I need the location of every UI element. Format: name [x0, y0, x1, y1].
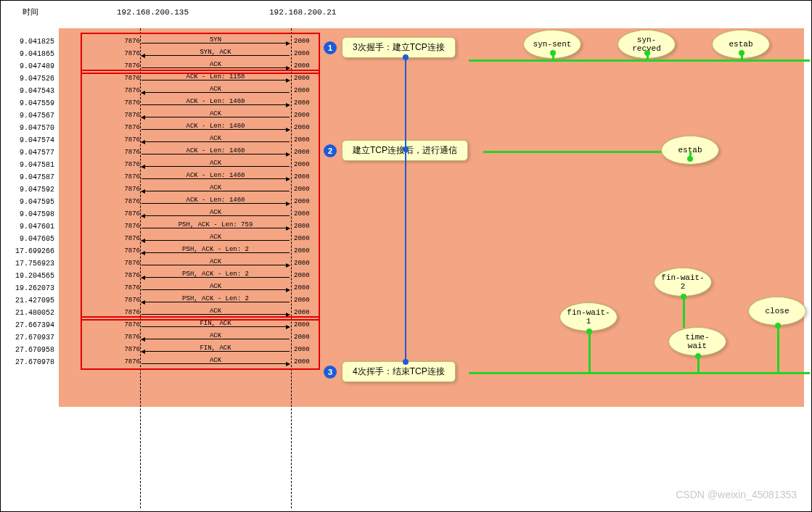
time-value: 17.756923 — [9, 257, 54, 270]
diagram-page: 时间 9.0418259.0418659.0474899.0475269.047… — [0, 0, 812, 512]
green-dot — [695, 353, 701, 359]
time-value: 19.262073 — [9, 282, 54, 294]
green-line-mid — [483, 151, 661, 153]
time-value: 9.047526 — [9, 73, 54, 85]
time-value: 9.047559 — [9, 97, 54, 110]
state-close: close — [748, 297, 806, 326]
green-dot — [550, 50, 556, 56]
step-2-badge: 2 — [324, 144, 337, 157]
time-value: 9.047595 — [9, 196, 54, 208]
time-value: 9.047605 — [9, 233, 54, 245]
time-value: 9.047592 — [9, 183, 54, 196]
step-3-label: 4次挥手：结束TCP连接 — [342, 361, 456, 382]
time-value: 9.047601 — [9, 220, 54, 233]
time-value: 27.670978 — [9, 356, 54, 368]
green-line-bottom — [469, 372, 810, 374]
green-dot — [739, 50, 745, 56]
connector-dot — [403, 54, 409, 60]
green-line-top — [469, 59, 810, 62]
state-fin-wait-1: fin-wait- 1 — [559, 302, 618, 331]
watermark: CSDN @weixin_45081353 — [676, 489, 797, 500]
time-value: 9.047598 — [9, 208, 54, 220]
time-value: 9.047574 — [9, 134, 54, 146]
group-handshake — [81, 33, 320, 74]
time-value: 27.670958 — [9, 344, 54, 356]
green-dot — [586, 329, 592, 334]
diagram-background: 192.168.200.135 192.168.200.21 7876SYN20… — [59, 28, 804, 407]
green-stub — [689, 151, 692, 160]
time-value: 17.699266 — [9, 245, 54, 257]
time-value: 27.670937 — [9, 331, 54, 344]
host-left-ip: 192.168.200.135 — [117, 8, 189, 17]
green-dot — [775, 323, 781, 329]
time-header: 时间 — [22, 7, 38, 17]
time-value: 9.047570 — [9, 122, 54, 134]
time-value: 27.667394 — [9, 319, 54, 331]
state-fin-wait-2: fin-wait- 2 — [654, 268, 712, 297]
time-value: 9.041865 — [9, 48, 54, 60]
time-column: 9.0418259.0418659.0474899.0475269.047543… — [9, 36, 54, 368]
time-value: 19.204565 — [9, 270, 54, 282]
host-right-ip: 192.168.200.21 — [269, 8, 336, 17]
time-value: 21.480052 — [9, 307, 54, 319]
time-value: 9.047489 — [9, 60, 54, 73]
green-stub — [589, 331, 591, 373]
time-value: 9.047577 — [9, 146, 54, 159]
time-value: 9.047567 — [9, 110, 54, 122]
step-1-label: 3次握手：建立TCP连接 — [342, 37, 456, 58]
group-close — [81, 316, 320, 370]
state-time-wait: time- wait — [668, 327, 726, 356]
time-value: 9.041825 — [9, 36, 54, 48]
connector-dot — [403, 146, 409, 152]
time-value: 21.427095 — [9, 294, 54, 307]
time-value: 9.047581 — [9, 159, 54, 171]
connector-dot — [403, 359, 409, 365]
green-stub — [683, 297, 685, 328]
time-value: 9.047543 — [9, 85, 54, 97]
time-value: 9.047587 — [9, 171, 54, 183]
step-connector — [405, 57, 406, 362]
group-data — [81, 70, 320, 321]
green-stub — [777, 326, 779, 373]
step-1-badge: 1 — [324, 41, 337, 54]
green-dot — [681, 294, 686, 300]
step-3-badge: 3 — [324, 366, 337, 379]
green-dot — [644, 50, 650, 56]
